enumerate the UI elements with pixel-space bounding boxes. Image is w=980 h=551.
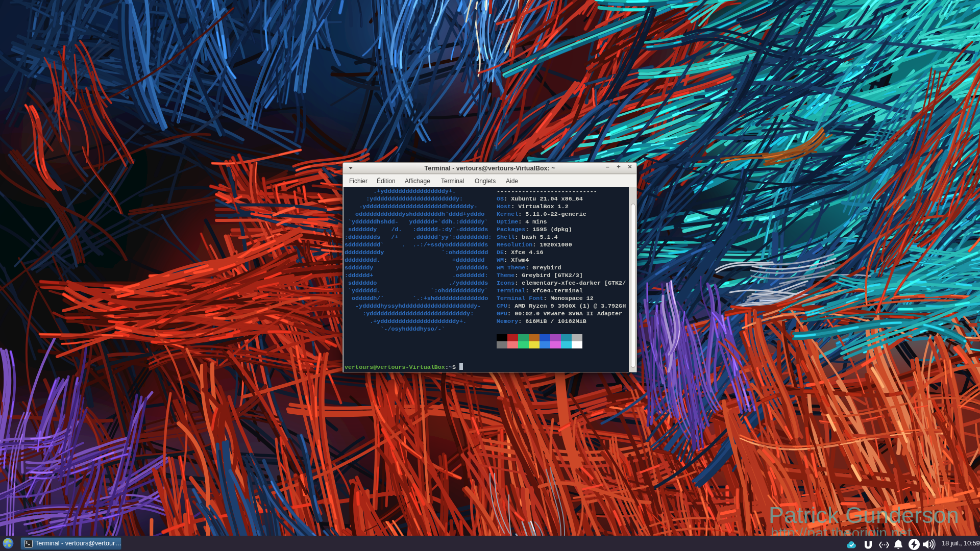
svg-text:$: $ (26, 541, 28, 545)
